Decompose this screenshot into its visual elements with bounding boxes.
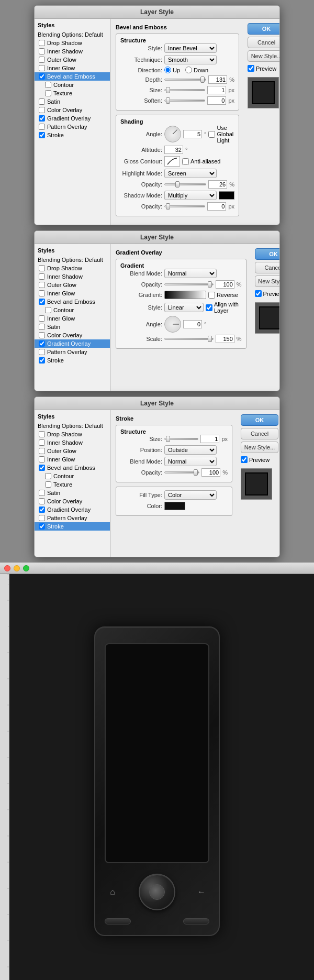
ok-button-stroke[interactable]: OK (241, 414, 278, 426)
angle-dial[interactable] (164, 126, 181, 142)
stroke-color-swatch[interactable] (164, 502, 185, 510)
cancel-button-gradient[interactable]: Cancel (255, 262, 280, 273)
drop-shadow-cb2[interactable] (39, 265, 45, 271)
stroke-checkbox[interactable] (39, 132, 45, 138)
technique-select[interactable]: Smooth (164, 55, 217, 64)
style-pattern-overlay[interactable]: Pattern Overlay (35, 123, 110, 131)
inner-glow-cb3[interactable] (39, 456, 45, 463)
style-outer-glow[interactable]: Outer Glow (35, 56, 110, 64)
contour-checkbox[interactable] (45, 82, 51, 88)
align-layer-label[interactable]: Align with Layer (206, 301, 242, 314)
size-slider[interactable] (164, 89, 205, 91)
bevel-emboss-checkbox[interactable] (39, 73, 45, 80)
cancel-button-bevel[interactable]: Cancel (248, 37, 280, 48)
style3-color-overlay[interactable]: Color Overlay (35, 497, 110, 505)
use-global-light-label[interactable]: Use Global Light (208, 125, 234, 144)
style3-pattern-overlay[interactable]: Pattern Overlay (35, 514, 110, 522)
contour-cb2[interactable] (45, 307, 51, 313)
style3-drop-shadow[interactable]: Drop Shadow (35, 430, 110, 438)
inner-shadow-checkbox[interactable] (39, 48, 45, 54)
style2-gradient-overlay[interactable]: Gradient Overlay (35, 339, 110, 348)
style2-color-overlay[interactable]: Color Overlay (35, 331, 110, 339)
stroke-cb2[interactable] (39, 357, 45, 364)
style3-inner-shadow[interactable]: Inner Shadow (35, 438, 110, 447)
pattern-overlay-cb3[interactable] (39, 515, 45, 521)
style-bevel-emboss[interactable]: Bevel and Emboss (35, 72, 110, 81)
soften-input[interactable] (207, 96, 226, 105)
highlight-opacity-slider[interactable] (164, 183, 206, 185)
style3-texture[interactable]: Texture (35, 480, 110, 489)
shadow-opacity-input[interactable] (207, 202, 226, 211)
stroke-opacity-slider[interactable] (164, 471, 199, 474)
bevel-emboss-cb2[interactable] (39, 299, 45, 305)
preview-check-bevel[interactable] (248, 65, 254, 72)
style-texture[interactable]: Texture (35, 89, 110, 97)
direction-down-label[interactable]: Down (185, 67, 208, 73)
size-input[interactable] (207, 86, 226, 94)
style2-inner-glow2[interactable]: Inner Glow (35, 314, 110, 323)
gradient-overlay-cb3[interactable] (39, 506, 45, 513)
side-btn-right[interactable] (183, 918, 209, 924)
pattern-overlay-cb2[interactable] (39, 349, 45, 355)
opacity-input-2[interactable] (216, 280, 234, 289)
outer-glow-checkbox[interactable] (39, 57, 45, 63)
style-drop-shadow[interactable]: Drop Shadow (35, 39, 110, 47)
reverse-checkbox[interactable] (208, 292, 215, 299)
depth-slider[interactable] (164, 79, 206, 81)
style3-stroke[interactable]: Stroke (35, 522, 110, 531)
outer-glow-cb2[interactable] (39, 282, 45, 288)
scale-input[interactable] (216, 335, 234, 343)
style3-outer-glow[interactable]: Outer Glow (35, 447, 110, 455)
new-style-button-bevel[interactable]: New Style... (248, 50, 280, 62)
style2-outer-glow[interactable]: Outer Glow (35, 281, 110, 289)
back-icon[interactable]: ← (194, 887, 209, 897)
inner-glow-checkbox[interactable] (39, 65, 45, 71)
texture-checkbox[interactable] (45, 90, 51, 96)
stroke-size-input[interactable] (200, 435, 219, 443)
satin-cb3[interactable] (39, 490, 45, 496)
style3-satin[interactable]: Satin (35, 489, 110, 497)
ok-button-bevel[interactable]: OK (248, 23, 280, 35)
close-button[interactable] (4, 565, 10, 571)
blending-options-item-3[interactable]: Blending Options: Default (35, 422, 110, 430)
gradient-overlay-cb2[interactable] (39, 340, 45, 347)
fill-type-select[interactable]: Color (164, 490, 217, 500)
gradient-overlay-checkbox[interactable] (39, 115, 45, 122)
color-overlay-checkbox[interactable] (39, 107, 45, 113)
direction-down-radio[interactable] (185, 67, 192, 73)
position-select[interactable]: Outside (164, 445, 217, 455)
shadow-opacity-slider[interactable] (164, 205, 205, 207)
preview-check-gradient[interactable] (255, 290, 262, 297)
direction-up-label[interactable]: Up (164, 67, 180, 73)
preview-checkbox-bevel[interactable]: Preview (248, 65, 280, 72)
altitude-input[interactable] (164, 146, 183, 154)
ok-button-gradient[interactable]: OK (255, 248, 280, 260)
maximize-button[interactable] (23, 565, 29, 571)
style-inner-glow[interactable]: Inner Glow (35, 64, 110, 72)
reverse-label[interactable]: Reverse (208, 292, 238, 299)
style2-contour[interactable]: Contour (35, 306, 110, 314)
style2-bevel-emboss[interactable]: Bevel and Emboss (35, 298, 110, 306)
blending-options-item[interactable]: Blending Options: Default (35, 30, 110, 39)
style-satin[interactable]: Satin (35, 97, 110, 106)
style2-stroke[interactable]: Stroke (35, 356, 110, 365)
shadow-mode-select[interactable]: Multiply (164, 191, 217, 200)
stroke-blend-mode-select[interactable]: Normal (164, 457, 217, 466)
angle-input-2[interactable] (183, 320, 202, 328)
style2-drop-shadow[interactable]: Drop Shadow (35, 264, 110, 272)
angle-input[interactable] (183, 130, 202, 138)
use-global-light-checkbox[interactable] (208, 131, 215, 138)
inner-glow-cb2[interactable] (39, 290, 45, 296)
scale-slider[interactable] (164, 338, 214, 340)
style-color-overlay[interactable]: Color Overlay (35, 106, 110, 114)
new-style-button-stroke[interactable]: New Style... (241, 442, 278, 453)
inner-glow2-cb[interactable] (39, 315, 45, 322)
color-overlay-cb3[interactable] (39, 498, 45, 504)
preview-checkbox-gradient[interactable]: Preview (255, 290, 280, 297)
direction-up-radio[interactable] (164, 67, 171, 73)
stroke-size-slider[interactable] (164, 438, 198, 440)
gloss-contour-preview[interactable] (164, 156, 180, 167)
satin-cb2[interactable] (39, 324, 45, 330)
style2-satin[interactable]: Satin (35, 323, 110, 331)
center-dial[interactable] (139, 874, 175, 910)
